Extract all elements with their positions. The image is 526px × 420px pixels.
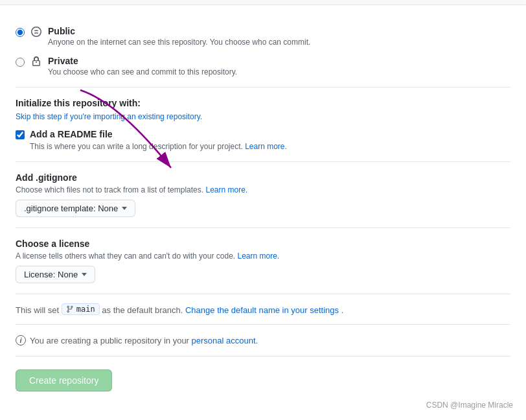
info-line: i You are creating a public repository i… xyxy=(16,325,510,356)
public-icon xyxy=(31,27,41,39)
page-container: Public Anyone on the internet can see th… xyxy=(0,0,526,407)
private-desc: You choose who can see and commit to thi… xyxy=(48,67,237,76)
init-title: Initialize this repository with: xyxy=(16,98,510,108)
init-subtitle[interactable]: Skip this step if you're importing an ex… xyxy=(16,112,202,121)
readme-desc-text: This is where you can write a long descr… xyxy=(30,142,243,151)
public-label: Public xyxy=(48,26,310,36)
visibility-section: Public Anyone on the internet can see th… xyxy=(16,16,510,88)
branch-badge: main xyxy=(62,303,100,315)
license-learn-more[interactable]: Learn more. xyxy=(238,251,280,261)
main-content: Public Anyone on the internet can see th… xyxy=(0,5,526,407)
license-btn-label: License: None xyxy=(24,270,78,279)
gitignore-learn-more[interactable]: Learn more. xyxy=(205,185,247,194)
private-icon xyxy=(31,56,41,69)
change-default-branch-link[interactable]: Change the default name in your settings xyxy=(185,305,339,315)
gitignore-desc-text: Choose which files not to track from a l… xyxy=(16,185,203,194)
public-content: Public Anyone on the internet can see th… xyxy=(48,26,310,47)
public-option[interactable]: Public Anyone on the internet can see th… xyxy=(16,26,510,47)
public-desc: Anyone on the internet can see this repo… xyxy=(48,38,310,47)
public-radio[interactable] xyxy=(16,28,25,37)
branch-name: main xyxy=(76,305,95,314)
top-border xyxy=(0,0,526,5)
gitignore-dropdown[interactable]: .gitignore template: None xyxy=(16,200,135,217)
gitignore-section: Add .gitignore Choose which files not to… xyxy=(16,162,510,228)
personal-account-link[interactable]: personal account xyxy=(192,336,256,345)
init-section: Initialize this repository with: Skip th… xyxy=(16,88,510,162)
readme-checkbox-item[interactable]: Add a README file xyxy=(16,129,510,139)
default-branch-line: This will set main as the default branch… xyxy=(16,294,510,325)
readme-container: Add a README file This is where you can … xyxy=(16,129,510,151)
gitignore-chevron-icon xyxy=(122,207,127,210)
readme-checkbox[interactable] xyxy=(16,130,25,139)
branch-text-after: as the default branch. xyxy=(102,305,183,315)
license-desc: A license tells others what they can and… xyxy=(16,251,510,261)
watermark: CSDN @Imagine Miracle xyxy=(426,401,513,410)
readme-label: Add a README file xyxy=(30,129,113,139)
readme-desc: This is where you can write a long descr… xyxy=(30,142,510,151)
private-content: Private You choose who can see and commi… xyxy=(48,56,237,76)
license-dropdown[interactable]: License: None xyxy=(16,266,95,283)
branch-icon xyxy=(66,305,74,313)
branch-period: . xyxy=(341,305,344,315)
gitignore-desc: Choose which files not to track from a l… xyxy=(16,185,510,194)
private-option[interactable]: Private You choose who can see and commi… xyxy=(16,56,510,76)
private-label: Private xyxy=(48,56,237,66)
license-title: Choose a license xyxy=(16,239,510,249)
gitignore-btn-label: .gitignore template: None xyxy=(24,204,118,213)
private-radio[interactable] xyxy=(16,58,25,67)
create-repository-button[interactable]: Create repository xyxy=(16,369,112,391)
branch-text-before: This will set xyxy=(16,305,62,315)
readme-learn-more[interactable]: Learn more. xyxy=(245,142,287,151)
license-chevron-icon xyxy=(82,273,87,276)
license-section: Choose a license A license tells others … xyxy=(16,228,510,294)
info-icon: i xyxy=(16,335,26,345)
gitignore-title: Add .gitignore xyxy=(16,172,510,183)
public-desc-text: Anyone on the internet can see this repo… xyxy=(48,38,310,47)
info-text: You are creating a public repository in … xyxy=(30,336,258,345)
license-desc-text: A license tells others what they can and… xyxy=(16,251,235,261)
